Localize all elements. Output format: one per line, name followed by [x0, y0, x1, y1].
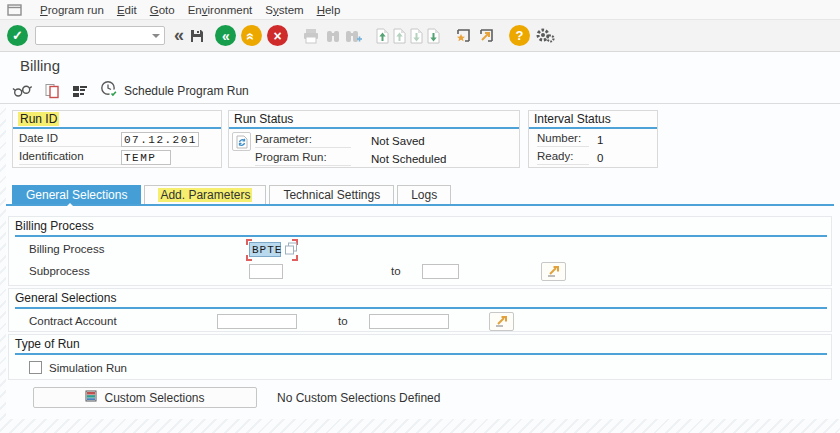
- standard-toolbar: ✓ « « « × ?: [0, 20, 840, 52]
- copy-run-icon[interactable]: [44, 83, 60, 99]
- menu-system[interactable]: System: [265, 4, 303, 16]
- menu-edit[interactable]: Edit: [117, 4, 137, 16]
- run-status-panel-title: Run Status: [229, 111, 519, 129]
- menu-program-run[interactable]: Program run: [40, 4, 104, 16]
- contract-account-label: Contract Account: [29, 315, 117, 327]
- billing-process-field[interactable]: BPTE: [249, 242, 281, 257]
- schedule-program-run-label: Schedule Program Run: [124, 84, 249, 98]
- find-button[interactable]: [325, 28, 341, 44]
- tab-technical-settings[interactable]: Technical Settings: [269, 185, 394, 204]
- layout-menu-button[interactable]: [535, 27, 555, 44]
- command-dropdown-icon[interactable]: [152, 34, 160, 38]
- window-icon[interactable]: [7, 4, 23, 16]
- billing-process-section: Billing Process Billing Process BPTE Sub…: [8, 216, 832, 286]
- run-status-panel: Run Status Parameter: Not Saved Program …: [228, 110, 520, 168]
- contract-account-to-label: to: [338, 315, 348, 327]
- run-id-panel: Run ID Date ID Identification: [12, 110, 222, 168]
- general-selections-section: General Selections Contract Account to: [8, 288, 832, 332]
- parameter-status-label: Parameter:: [255, 133, 351, 148]
- contract-account-multiple-selection-button[interactable]: [489, 312, 514, 331]
- subprocess-from-field[interactable]: [249, 264, 283, 279]
- custom-selections-button[interactable]: Custom Selections: [33, 387, 257, 408]
- interval-number-label: Number:: [537, 132, 589, 147]
- tab-strip: General Selections Add. Parameters Techn…: [12, 185, 454, 204]
- program-run-status-value: Not Scheduled: [371, 153, 446, 165]
- parameter-status-value: Not Saved: [371, 135, 425, 147]
- create-shortcut-button[interactable]: [454, 28, 472, 44]
- find-next-button[interactable]: [345, 28, 362, 44]
- subprocess-to-field[interactable]: [422, 264, 459, 279]
- collapse-command-field-icon[interactable]: «: [174, 25, 184, 46]
- title-bar: Billing: [0, 52, 840, 79]
- date-id-label: Date ID: [19, 132, 121, 147]
- identification-field[interactable]: [121, 150, 171, 165]
- custom-selections-status-text: No Custom Selections Defined: [277, 391, 440, 405]
- legend-list-icon[interactable]: [72, 84, 88, 98]
- page-down-button[interactable]: [410, 28, 423, 44]
- interval-status-panel-title: Interval Status: [529, 111, 657, 129]
- display-glasses-icon[interactable]: [12, 83, 32, 98]
- custom-selections-icon: [85, 390, 97, 405]
- command-field-wrap: [35, 26, 165, 46]
- schedule-clock-icon: [100, 80, 118, 101]
- interval-ready-value: 0: [597, 152, 603, 164]
- run-id-panel-title: Run ID: [13, 111, 221, 129]
- cancel-button[interactable]: ×: [267, 25, 288, 46]
- contract-account-from-field[interactable]: [217, 314, 297, 329]
- tab-underline: [6, 204, 834, 206]
- page-title: Billing: [20, 57, 60, 74]
- tab-general-selections[interactable]: General Selections: [12, 185, 141, 204]
- menu-environment[interactable]: Environment: [188, 4, 253, 16]
- interval-ready-label: Ready:: [537, 150, 589, 165]
- simulation-run-checkbox[interactable]: [29, 361, 42, 374]
- refresh-status-button[interactable]: [232, 132, 251, 151]
- application-toolbar: Schedule Program Run: [0, 78, 840, 104]
- custom-selections-row: Custom Selections No Custom Selections D…: [8, 387, 832, 409]
- billing-process-field-wrap: BPTE: [249, 241, 284, 259]
- billing-process-label: Billing Process: [29, 243, 104, 255]
- exit-button[interactable]: «: [241, 25, 262, 46]
- tab-logs[interactable]: Logs: [397, 185, 451, 204]
- matchcode-icon[interactable]: [284, 242, 298, 260]
- interval-number-value: 1: [597, 134, 603, 146]
- identification-label: Identification: [19, 150, 121, 165]
- contract-account-to-field[interactable]: [369, 314, 449, 329]
- page-up-button[interactable]: [393, 28, 406, 44]
- subprocess-label: Subprocess: [29, 265, 90, 277]
- menu-goto[interactable]: Goto: [150, 4, 175, 16]
- shortcut-arrow-button[interactable]: [477, 28, 495, 44]
- billing-process-header: Billing Process: [15, 219, 827, 237]
- program-run-status-label: Program Run:: [255, 151, 351, 166]
- save-button[interactable]: [189, 28, 205, 44]
- schedule-program-run-button[interactable]: Schedule Program Run: [100, 80, 249, 101]
- interval-status-panel: Interval Status Number: 1 Ready: 0: [528, 110, 658, 168]
- type-of-run-section: Type of Run Simulation Run: [8, 334, 832, 380]
- print-button[interactable]: [302, 28, 320, 44]
- tab-add-parameters[interactable]: Add. Parameters: [144, 185, 266, 204]
- simulation-run-label: Simulation Run: [49, 362, 127, 374]
- custom-selections-button-label: Custom Selections: [104, 391, 204, 405]
- first-page-button[interactable]: [376, 28, 389, 44]
- active-tab-notch: [66, 203, 74, 207]
- help-button[interactable]: ?: [509, 25, 530, 46]
- last-page-button[interactable]: [427, 28, 440, 44]
- date-id-field[interactable]: [121, 132, 199, 147]
- enter-button[interactable]: ✓: [7, 25, 28, 46]
- back-button[interactable]: «: [215, 25, 236, 46]
- type-of-run-header: Type of Run: [15, 337, 827, 355]
- general-selections-header: General Selections: [15, 291, 827, 309]
- subprocess-multiple-selection-button[interactable]: [541, 262, 566, 281]
- menu-help[interactable]: Help: [317, 4, 341, 16]
- subprocess-to-label: to: [391, 265, 401, 277]
- menu-bar: Program run Edit Goto Environment System…: [0, 0, 840, 20]
- command-field[interactable]: [35, 26, 165, 45]
